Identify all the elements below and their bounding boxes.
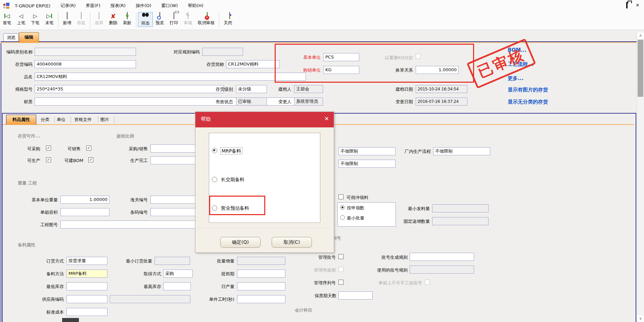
toolbar-prev-button[interactable]: ◁ 上笔	[14, 12, 28, 26]
scroll-up-icon[interactable]: ∧	[637, 32, 644, 39]
minimize-icon[interactable]	[613, 2, 619, 8]
menu-item-operation[interactable]: 操作(O)	[136, 3, 151, 9]
app-logo-icon	[3, 3, 9, 9]
link-more[interactable]: 更多...	[508, 75, 523, 82]
close-icon[interactable]: ✕	[635, 2, 641, 8]
daily-output-field[interactable]	[237, 282, 285, 290]
menu-item-report[interactable]: 报表(R)	[110, 3, 126, 9]
toolbar-label: 审核	[181, 20, 195, 26]
toolbar-print-button[interactable]: 打印	[167, 12, 181, 26]
ok-button[interactable]: 确定(Q)	[220, 237, 261, 248]
toolbar-label: 末笔	[43, 20, 56, 26]
filter-icon	[139, 13, 152, 20]
spec-field[interactable]: 250*240*35	[35, 85, 224, 93]
new-doc-icon	[60, 12, 74, 20]
coding-class-field[interactable]	[35, 48, 136, 56]
tab-browse[interactable]: 浏览	[3, 33, 19, 42]
nav-first-icon: ◁	[0, 12, 14, 20]
toolbar-delete-button[interactable]: ✘ 删除	[106, 12, 120, 26]
toolbar-last-button[interactable]: ▷ 末笔	[42, 12, 56, 26]
shelf-days-field[interactable]	[338, 291, 373, 299]
toolbar-close-button[interactable]: ✦ 关闭	[221, 12, 235, 26]
menu-item-app[interactable]: T-GROUP ERP(E)	[15, 3, 50, 8]
subtab-classification[interactable]: 分类	[39, 116, 55, 123]
manage-serial-checkbox[interactable]	[338, 280, 343, 285]
help-dialog-titlebar[interactable]: 帮助 ✕	[195, 112, 334, 127]
purchasable-checkbox[interactable]	[46, 146, 51, 151]
limit-dropdown-1[interactable]: 不做限制	[338, 147, 396, 155]
subtab-qualification[interactable]: 资格文件	[71, 116, 98, 123]
toolbar-preview-button[interactable]: 预览	[153, 12, 167, 26]
backflush-checkbox[interactable]	[338, 194, 343, 199]
mrp-stock-option[interactable]: MRP备料	[220, 147, 242, 155]
toolbar-label: 放弃	[92, 20, 106, 26]
name-field[interactable]: CR12MOV精料	[35, 73, 306, 81]
customs-code-label: 海关编号	[121, 197, 148, 203]
mrp-stock-radio[interactable]	[212, 148, 217, 153]
tab-edit[interactable]: 编辑	[19, 32, 39, 43]
box-volume-field[interactable]	[60, 208, 109, 216]
inv-short-field[interactable]: CR12MOV精料	[226, 60, 280, 68]
menu-item-window[interactable]: 窗口(W)	[162, 3, 178, 9]
subtab-item-attributes[interactable]: 料品属性	[6, 115, 36, 125]
toolbar-first-button[interactable]: ◁ 首笔	[0, 12, 14, 26]
supplier-code-dropdown[interactable]	[66, 295, 107, 303]
barcode-field[interactable]	[150, 208, 199, 216]
fixed-increment-label: 固定递增数量	[396, 218, 430, 225]
vertical-scrollbar[interactable]: ∧ ∨	[637, 32, 644, 322]
link-show-with-images[interactable]: 显示有图片的存货	[508, 87, 548, 93]
menu-item-help[interactable]: 帮助(H)	[188, 3, 203, 9]
subtab-images[interactable]: 图片	[99, 116, 114, 123]
factory-flow-dropdown[interactable]: 不做限制	[433, 147, 490, 155]
subtab-units[interactable]: 单位	[55, 116, 71, 123]
toolbar-refresh-button[interactable]: ↻ 刷新	[120, 12, 134, 26]
scroll-down-icon[interactable]: ∨	[637, 315, 644, 322]
manage-batch-checkbox[interactable]	[338, 254, 343, 259]
batch-rule-dropdown[interactable]	[410, 253, 474, 261]
refresh-icon: ↻	[121, 12, 134, 20]
min-stock-field[interactable]	[66, 282, 107, 290]
long-leadtime-radio[interactable]	[212, 177, 217, 182]
menu-item-interface[interactable]: 界面(F)	[86, 3, 100, 9]
toolbar-label: 刷新	[121, 20, 134, 26]
toolbar-label: 新增	[60, 20, 74, 26]
over-purchase-sale-field[interactable]	[150, 145, 199, 153]
tab-underline	[1, 42, 636, 43]
min-stock-label: 最低库存	[33, 284, 64, 290]
stock-method-dropdown[interactable]: MRP备料	[66, 270, 107, 278]
scrollbar-thumb[interactable]	[638, 40, 643, 97]
sellable-checkbox[interactable]	[86, 146, 91, 151]
factory-flow-label: 厂内生产流程	[397, 149, 431, 155]
toolbar-next-button[interactable]: ▷ 下笔	[28, 12, 42, 26]
issue-by-request-radio[interactable]	[340, 205, 345, 210]
toolbar-cancel-audit-button[interactable]: ✕ 取消审核	[195, 12, 217, 26]
dialog-close-icon[interactable]: ✕	[324, 115, 329, 122]
customs-code-field[interactable]	[150, 196, 199, 204]
max-stock-field[interactable]	[163, 282, 191, 290]
can-build-bom-checkbox[interactable]	[88, 157, 93, 162]
menu-item-record[interactable]: 记录(R)	[60, 3, 76, 9]
producible-checkbox[interactable]	[46, 157, 51, 162]
toolbar-filter-button[interactable]: 筛选	[138, 12, 153, 27]
long-leadtime-option[interactable]: 长交期备料	[221, 176, 244, 183]
help-dialog: 帮助 ✕ MRP备料 长交期备料 营业预估备料 确定(Q) 取消(C)	[195, 112, 334, 253]
option-highlight-box	[209, 196, 265, 215]
unit-time-field[interactable]	[237, 295, 285, 303]
order-mode-dropdown[interactable]: 按需求量	[66, 257, 107, 265]
issue-by-minbatch-radio[interactable]	[340, 215, 345, 220]
cancel-button[interactable]: 取消(C)	[272, 237, 312, 248]
over-production-field[interactable]	[150, 156, 199, 164]
acquire-mode-dropdown[interactable]: 采购	[163, 270, 193, 278]
link-show-unclassified[interactable]: 显示无分类的存货	[508, 99, 548, 105]
std-cost-field[interactable]	[66, 308, 107, 316]
inv-code-field[interactable]: 400400008	[35, 60, 136, 68]
toolbar-new-button[interactable]: 新增	[60, 12, 74, 26]
limit-dropdown-2[interactable]: 不做限制	[338, 160, 396, 168]
name-label: 品名	[0, 74, 33, 80]
lead-time-field[interactable]	[237, 270, 285, 278]
drawing-no-field[interactable]	[60, 220, 199, 229]
restore-icon[interactable]	[624, 2, 630, 8]
base-weight-field[interactable]: 1.00000	[60, 196, 109, 204]
creator-label: 建档人	[259, 86, 291, 92]
help-dialog-title: 帮助	[201, 116, 211, 122]
